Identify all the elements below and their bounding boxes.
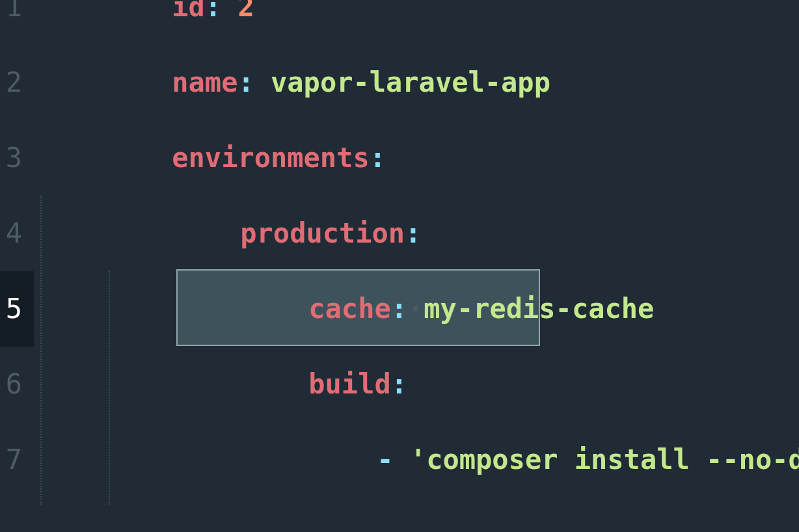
code-editor[interactable]: 1 2 3 4 5 6 7 id: 2 name: vapor-laravel-… — [0, 0, 799, 532]
line-number: 4 — [0, 196, 34, 271]
yaml-list-dash: - — [377, 444, 393, 475]
line-number-gutter: 1 2 3 4 5 6 7 — [0, 0, 34, 532]
line-number: 3 — [0, 120, 34, 196]
line-number: 1 — [0, 0, 34, 45]
yaml-quote: ' — [410, 444, 426, 475]
line-number: 6 — [0, 347, 34, 422]
whitespace-dot-icon: · — [407, 293, 424, 325]
yaml-string-value: my-redis-cache — [424, 293, 654, 325]
line-number: 2 — [0, 45, 34, 120]
code-line[interactable]: - 'composer install --no-dev' — [34, 422, 799, 498]
line-number: 7 — [0, 422, 34, 498]
line-number-active: 5 — [0, 271, 34, 347]
yaml-string-value: composer install --no-dev — [426, 444, 799, 475]
code-content-area[interactable]: id: 2 name: vapor-laravel-app environmen… — [34, 0, 799, 532]
